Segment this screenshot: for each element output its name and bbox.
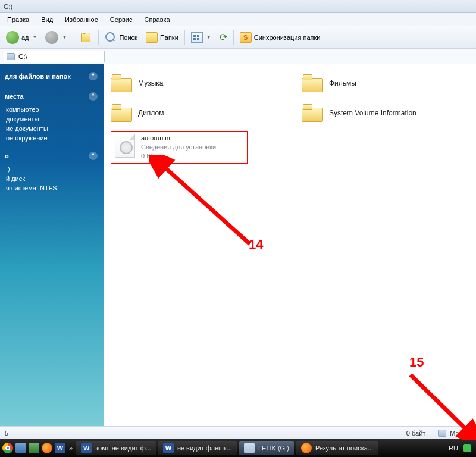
address-bar: G:\ (0, 49, 476, 64)
chevron-up-icon[interactable]: ˄ (89, 72, 98, 80)
status-count: 5 (0, 430, 18, 437)
chevron-down-icon[interactable]: ▼ (62, 35, 67, 40)
menu-view[interactable]: Вид (36, 15, 58, 24)
folder-item[interactable]: Музыка (111, 71, 278, 95)
tray-icon[interactable] (463, 444, 471, 452)
word-icon: W (81, 443, 92, 453)
chevron-up-icon[interactable]: ˄ (89, 92, 98, 101)
sidebar-detail-drive: :) (0, 164, 104, 174)
file-type: Сведения для установки (141, 143, 216, 152)
folder-icon (302, 104, 323, 122)
menu-edit[interactable]: Правка (2, 15, 34, 24)
refresh-icon: ⟳ (220, 32, 227, 43)
word-icon[interactable]: W (55, 443, 65, 453)
chevron-down-icon[interactable]: ▼ (33, 35, 37, 40)
folder-item[interactable]: System Volume Information (302, 101, 469, 125)
sidebar-places-header[interactable]: места ˄ (0, 90, 104, 102)
menu-help[interactable]: Справка (140, 15, 175, 24)
forward-icon (45, 31, 58, 44)
toolbar: ад ▼ ▼ Поиск Папки ▼ ⟳ S Синхронизация п… (0, 26, 476, 49)
computer-icon (438, 430, 446, 437)
nav-forward-button[interactable]: ▼ (43, 30, 69, 45)
folder-icon (111, 104, 132, 122)
quicklaunch-icon[interactable] (29, 443, 39, 453)
sidebar-item-shared[interactable]: ие документы (0, 124, 104, 133)
separator (73, 30, 73, 45)
drive-icon (7, 53, 15, 60)
views-button[interactable]: ▼ (189, 31, 214, 44)
address-path: G:\ (18, 53, 27, 60)
separator (233, 30, 234, 45)
back-icon (6, 31, 19, 44)
sidebar-tasks-header[interactable]: для файлов и папок ˄ (0, 70, 104, 82)
file-item-autorun[interactable]: autorun.inf Сведения для установки 0 КБ (111, 131, 248, 164)
language-indicator[interactable]: RU (449, 445, 458, 452)
folder-icon (302, 74, 323, 92)
folder-item[interactable]: Фильмы (302, 71, 469, 95)
taskbar-item[interactable]: LELIK (G:) (239, 441, 294, 455)
chrome-icon[interactable] (2, 443, 13, 453)
status-bar: 5 0 байт Мой ко (0, 426, 476, 439)
sidebar-detail-type: й диск (0, 174, 104, 183)
address-input[interactable]: G:\ (4, 51, 105, 62)
taskbar-item[interactable]: Результат поиска... (296, 441, 378, 455)
search-icon (105, 32, 117, 43)
title-text: G:) (4, 3, 12, 10)
word-icon: W (163, 443, 174, 453)
sidebar-item-computer[interactable]: компьютер (0, 105, 104, 114)
taskbar: W » W комп не видит ф... W не видит флеш… (0, 439, 476, 457)
title-bar: G:) (0, 0, 476, 13)
file-size: 0 КБ (141, 152, 216, 161)
refresh-button[interactable]: ⟳ (217, 30, 230, 44)
views-icon (191, 32, 203, 43)
menu-bar: Правка Вид Избранное Сервис Справка (0, 13, 476, 26)
folders-button[interactable]: Папки (143, 31, 181, 44)
system-tray[interactable]: RU (449, 444, 474, 452)
sidebar: для файлов и папок ˄ места ˄ компьютер д… (0, 64, 104, 439)
sidebar-item-documents[interactable]: документы (0, 114, 104, 124)
taskbar-item[interactable]: W не видит флешк... (158, 441, 237, 455)
chevron-down-icon[interactable]: ▼ (206, 35, 211, 40)
folder-up-button[interactable] (77, 30, 95, 45)
folder-item[interactable]: Диплом (111, 101, 278, 125)
status-location: Мой ко (433, 430, 476, 437)
folder-icon (111, 74, 132, 92)
firefox-icon (301, 443, 312, 453)
taskbar-item[interactable]: W комп не видит ф... (76, 441, 156, 455)
sidebar-details-header[interactable]: о ˄ (0, 150, 104, 162)
file-view[interactable]: Музыка Фильмы Диплом System Volume Infor… (104, 64, 476, 439)
inf-file-icon (115, 134, 135, 158)
sync-button[interactable]: S Синхронизация папки (237, 31, 323, 44)
search-button[interactable]: Поиск (102, 30, 139, 45)
separator (98, 30, 99, 45)
folder-up-icon (79, 31, 92, 44)
nav-back-button[interactable]: ад ▼ (4, 30, 39, 45)
sync-icon: S (240, 32, 252, 43)
separator (184, 30, 185, 45)
file-name: autorun.inf (141, 134, 216, 143)
sidebar-detail-fs: я система: NTFS (0, 183, 104, 193)
quicklaunch-icon[interactable] (15, 443, 26, 453)
firefox-icon[interactable] (42, 443, 52, 453)
folder-icon (146, 32, 158, 43)
sidebar-item-network[interactable]: ое окружение (0, 133, 104, 143)
chevron-up-icon[interactable]: ˄ (89, 152, 98, 160)
menu-tools[interactable]: Сервис (105, 15, 137, 24)
status-bytes: 0 байт (18, 427, 433, 439)
menu-favorites[interactable]: Избранное (60, 15, 103, 24)
quicklaunch-overflow[interactable]: » (68, 445, 74, 452)
explorer-icon (244, 443, 255, 453)
